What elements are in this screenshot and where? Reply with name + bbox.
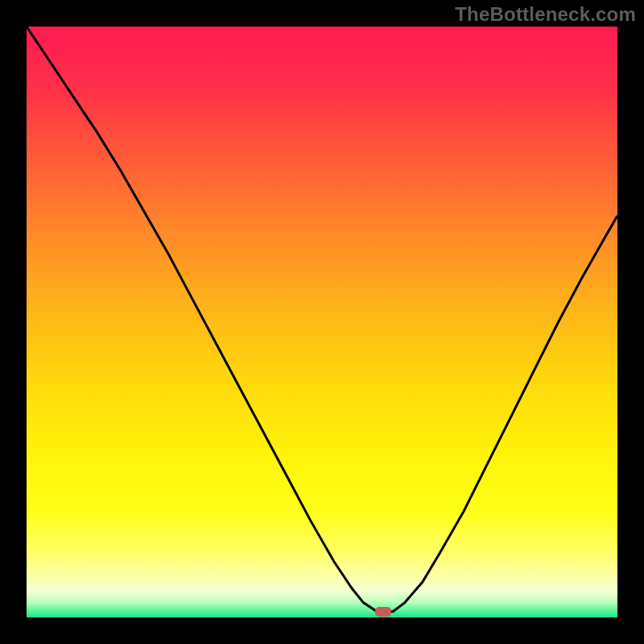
bottleneck-curve [27,27,617,617]
plot-area [27,27,617,617]
minimum-marker [375,607,391,617]
watermark-text: TheBottleneck.com [455,3,636,26]
chart-frame: TheBottleneck.com [0,0,644,644]
